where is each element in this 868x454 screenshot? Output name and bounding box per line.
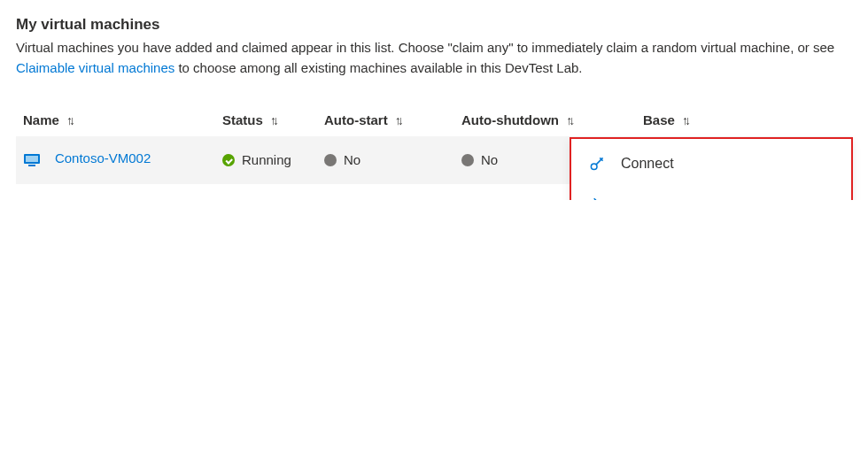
menu-label: Connect <box>621 156 674 172</box>
column-label: Base <box>643 112 675 127</box>
sort-icon: ↑↓ <box>66 113 72 127</box>
column-header-base[interactable]: Base ↑↓ <box>643 112 749 127</box>
menu-item-restart[interactable]: Restart <box>571 185 851 200</box>
connect-icon <box>587 154 607 173</box>
column-header-autoshutdown[interactable]: Auto-shutdown ↑↓ <box>461 112 643 127</box>
claimable-vms-link[interactable]: Claimable virtual machines <box>16 60 174 75</box>
column-header-autostart[interactable]: Auto-start ↑↓ <box>324 112 461 127</box>
menu-label: Restart <box>621 198 667 200</box>
column-header-status[interactable]: Status ↑↓ <box>222 112 324 127</box>
vm-name-cell[interactable]: Contoso-VM002 <box>23 150 222 168</box>
column-header-name[interactable]: Name ↑↓ <box>23 112 222 127</box>
page-title: My virtual machines <box>16 16 852 34</box>
description-text-2: to choose among all existing machines av… <box>178 60 582 75</box>
svg-rect-1 <box>26 156 38 162</box>
column-label: Name <box>23 112 59 127</box>
sort-icon: ↑↓ <box>566 113 571 127</box>
column-label: Status <box>222 112 263 127</box>
vm-icon <box>23 151 41 169</box>
vm-context-menu: Connect Restart Stop Artifacts Unclaim <box>570 137 853 200</box>
status-off-icon <box>324 154 337 166</box>
description-text-1: Virtual machines you have added and clai… <box>16 40 834 55</box>
sort-icon: ↑↓ <box>270 113 275 127</box>
restart-icon <box>587 196 607 200</box>
column-label: Auto-shutdown <box>461 112 559 127</box>
vm-table: Name ↑↓ Status ↑↓ Auto-start ↑↓ Auto-shu… <box>16 104 852 184</box>
status-off-icon <box>461 154 474 166</box>
vm-name-link[interactable]: Contoso-VM002 <box>55 150 151 165</box>
autostart-text: No <box>344 152 360 167</box>
page-description: Virtual machines you have added and clai… <box>16 37 849 79</box>
autoshutdown-text: No <box>481 152 498 167</box>
column-label: Auto-start <box>324 112 388 127</box>
menu-item-connect[interactable]: Connect <box>571 142 851 185</box>
status-running-icon <box>222 154 235 166</box>
svg-point-3 <box>591 164 597 170</box>
status-text: Running <box>242 152 291 167</box>
svg-rect-2 <box>28 165 35 166</box>
sort-icon: ↑↓ <box>395 113 400 127</box>
sort-icon: ↑↓ <box>682 113 687 127</box>
vm-status-cell: Running <box>222 152 324 167</box>
vm-autostart-cell: No <box>324 152 461 167</box>
table-header: Name ↑↓ Status ↑↓ Auto-start ↑↓ Auto-shu… <box>16 104 852 136</box>
